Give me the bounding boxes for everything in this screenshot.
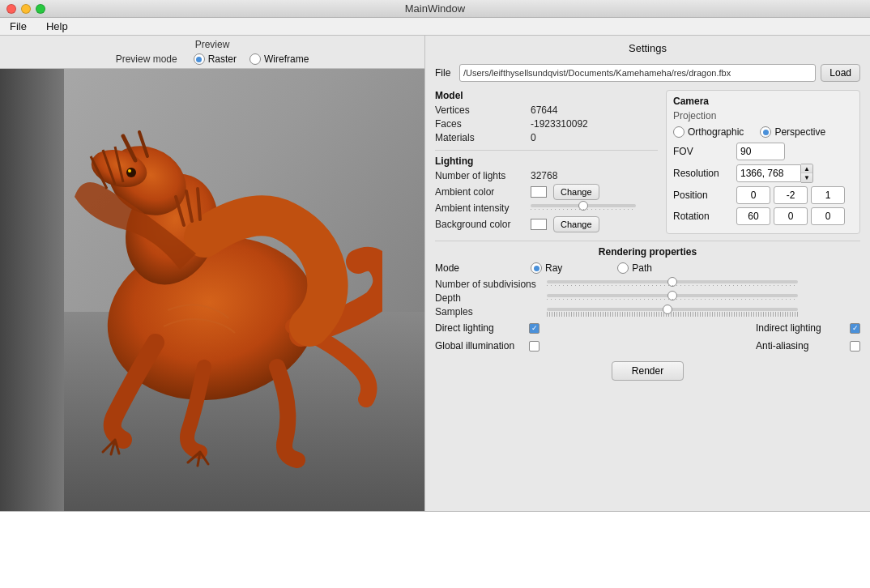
- close-button[interactable]: [6, 4, 16, 14]
- spinner-up[interactable]: ▲: [801, 164, 812, 173]
- ambient-color-change-button[interactable]: Change: [553, 184, 599, 200]
- resolution-input[interactable]: [736, 164, 801, 182]
- num-lights-value: 32768: [531, 170, 557, 181]
- menu-file[interactable]: File: [6, 19, 30, 34]
- indirect-lighting-checkbox[interactable]: [850, 323, 860, 334]
- render-mode-row: Mode Ray Path: [435, 262, 860, 274]
- position-row: Position: [673, 186, 853, 204]
- radio-perspective[interactable]: Perspective: [760, 126, 825, 138]
- rotation-inputs: [736, 207, 845, 225]
- position-y-input[interactable]: [774, 186, 808, 204]
- rotation-row: Rotation: [673, 207, 853, 225]
- position-label: Position: [673, 190, 730, 201]
- checkboxes-row2: Global illumination Anti-aliasing: [435, 340, 860, 355]
- projection-label: Projection: [673, 110, 853, 121]
- radio-raster-circle: [194, 53, 205, 65]
- direct-lighting-row: Direct lighting: [435, 322, 539, 334]
- position-x-input[interactable]: [736, 186, 770, 204]
- preview-controls: Preview mode Raster Wireframe: [116, 53, 309, 65]
- rotation-label: Rotation: [673, 211, 730, 222]
- ray-label: Ray: [545, 262, 562, 274]
- preview-title: Preview: [195, 39, 230, 50]
- position-inputs: [736, 186, 845, 204]
- materials-label: Materials: [435, 132, 524, 143]
- samples-label: Samples: [435, 306, 540, 317]
- radio-raster[interactable]: Raster: [194, 53, 237, 65]
- fov-input[interactable]: [736, 143, 785, 160]
- file-path-input[interactable]: [459, 64, 816, 82]
- minimize-button[interactable]: [21, 4, 31, 14]
- dragon-container: [32, 85, 392, 487]
- preview-mode-label: Preview mode: [116, 53, 177, 65]
- radio-perspective-circle: [760, 126, 771, 138]
- rotation-y-input[interactable]: [774, 207, 808, 225]
- file-label: File: [435, 67, 454, 79]
- preview-canvas: [0, 69, 424, 511]
- render-mode-label: Mode: [435, 262, 524, 274]
- rendering-section: Rendering properties Mode Ray Path Numb: [435, 241, 860, 381]
- settings-title: Settings: [435, 42, 860, 58]
- ambient-intensity-slider[interactable]: [531, 204, 636, 212]
- title-bar: MainWindow: [0, 0, 870, 18]
- spinner-arrows: ▲ ▼: [801, 164, 813, 183]
- rotation-x-input[interactable]: [736, 207, 770, 225]
- render-button[interactable]: Render: [612, 361, 684, 381]
- menu-bar: File Help: [0, 18, 870, 36]
- projection-row: Orthographic Perspective: [673, 126, 853, 138]
- position-z-input[interactable]: [811, 186, 845, 204]
- global-illumination-row: Global illumination: [435, 340, 539, 352]
- bg-color-change-button[interactable]: Change: [553, 216, 599, 232]
- radio-orthographic-circle: [673, 126, 684, 138]
- dragon-svg: [42, 92, 382, 480]
- anti-aliasing-checkbox[interactable]: [850, 341, 860, 352]
- lighting-title: Lighting: [435, 156, 658, 167]
- checkboxes-row1: Direct lighting Indirect lighting: [435, 322, 860, 337]
- ambient-color-row: Ambient color Change: [435, 184, 658, 200]
- bg-color-row: Background color Change: [435, 216, 658, 232]
- rendering-title: Rendering properties: [435, 246, 860, 258]
- samples-row: Samples: [435, 306, 860, 317]
- maximize-button[interactable]: [36, 4, 45, 14]
- render-btn-row: Render: [435, 361, 860, 381]
- radio-group-preview-mode: Raster Wireframe: [194, 53, 309, 65]
- window-title: MainWindow: [405, 2, 465, 15]
- radio-ray-circle: [531, 262, 542, 274]
- spinner-down[interactable]: ▼: [801, 173, 812, 182]
- radio-wireframe-label: Wireframe: [264, 53, 309, 65]
- load-button[interactable]: Load: [821, 64, 860, 82]
- subdivisions-label: Number of subdivisions: [435, 279, 540, 290]
- num-lights-label: Number of lights: [435, 170, 524, 181]
- file-row: File Load: [435, 64, 860, 82]
- menu-help[interactable]: Help: [43, 19, 71, 34]
- ambient-intensity-row: Ambient intensity: [435, 202, 658, 214]
- radio-ray[interactable]: Ray: [531, 262, 562, 274]
- num-lights-row: Number of lights 32768: [435, 170, 658, 181]
- radio-path[interactable]: Path: [617, 262, 652, 274]
- rotation-z-input[interactable]: [811, 207, 845, 225]
- materials-value: 0: [531, 132, 536, 143]
- lighting-section: Lighting Number of lights 32768 Ambient …: [435, 156, 658, 232]
- radio-wireframe-circle: [249, 53, 261, 65]
- vertices-value: 67644: [531, 104, 557, 116]
- top-section: Preview Preview mode Raster Wireframe: [0, 36, 870, 511]
- path-label: Path: [632, 262, 652, 274]
- radio-wireframe[interactable]: Wireframe: [249, 53, 309, 65]
- direct-lighting-checkbox[interactable]: [529, 323, 539, 334]
- faces-row: Faces -1923310092: [435, 118, 658, 130]
- samples-ticks: [547, 312, 798, 317]
- orthographic-label: Orthographic: [688, 126, 744, 138]
- resolution-spinner[interactable]: ▲ ▼: [736, 164, 813, 183]
- faces-value: -1923310092: [531, 118, 588, 130]
- right-panel: Settings File Load Model Vertices 67644: [425, 36, 870, 511]
- radio-orthographic[interactable]: Orthographic: [673, 126, 744, 138]
- anti-aliasing-row: Anti-aliasing: [756, 340, 860, 352]
- resolution-row: Resolution ▲ ▼: [673, 164, 853, 183]
- ambient-color-swatch: [531, 186, 547, 198]
- fov-row: FOV: [673, 143, 853, 160]
- depth-row: Depth: [435, 292, 860, 304]
- samples-slider[interactable]: [547, 308, 798, 311]
- indirect-lighting-row: Indirect lighting: [756, 322, 860, 334]
- bg-color-label: Background color: [435, 219, 524, 230]
- global-illumination-checkbox[interactable]: [529, 341, 539, 352]
- fov-label: FOV: [673, 146, 730, 157]
